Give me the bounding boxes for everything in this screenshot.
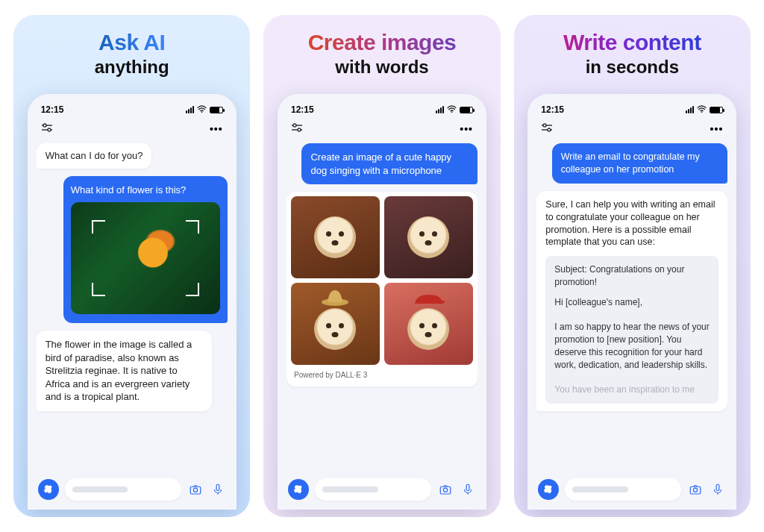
phone-mock: 12:15 ••• Write an email to congratulate… (527, 94, 736, 510)
settings-toggle-icon[interactable] (41, 122, 53, 136)
chat-toolbar: ••• (286, 121, 478, 143)
mic-icon[interactable] (460, 483, 476, 496)
ai-message: Sure, I can help you with writing an ema… (536, 191, 727, 411)
chat-toolbar: ••• (536, 121, 727, 143)
headline: Create images (308, 30, 457, 55)
user-message: What kind of flower is this? (63, 176, 228, 324)
svg-point-6 (193, 488, 197, 492)
battery-icon (710, 107, 723, 113)
chat-thread: What can I do for you? What kind of flow… (37, 143, 228, 471)
scan-frame-icon (92, 220, 199, 296)
svg-point-21 (548, 128, 551, 131)
ai-message: What can I do for you? (37, 143, 152, 169)
more-icon[interactable]: ••• (710, 123, 724, 135)
signal-icon (686, 106, 694, 113)
subheadline: anything (95, 57, 169, 78)
image-result[interactable] (291, 283, 380, 365)
status-bar: 12:15 (536, 104, 727, 121)
wifi-icon (197, 104, 207, 115)
headline: Write content (563, 30, 701, 55)
more-icon[interactable]: ••• (460, 123, 473, 135)
clock: 12:15 (41, 104, 64, 115)
settings-toggle-icon[interactable] (541, 122, 553, 136)
signal-icon (436, 106, 444, 113)
generated-images: Powered by DALL·E 3 (286, 192, 478, 387)
copilot-button[interactable] (288, 479, 309, 500)
camera-icon[interactable] (687, 483, 704, 496)
chat-input-bar (286, 471, 478, 510)
message-input[interactable] (315, 478, 431, 501)
ai-message-text: Sure, I can help you with writing an ema… (545, 198, 718, 249)
svg-point-12 (298, 128, 301, 131)
mic-icon[interactable] (210, 483, 226, 496)
user-message: Write an email to congratulate my collea… (552, 143, 728, 184)
svg-point-17 (701, 112, 703, 113)
email-template: Subject: Congratulations on your promoti… (545, 256, 718, 404)
svg-point-4 (48, 128, 51, 131)
copilot-button[interactable] (538, 479, 559, 500)
image-result[interactable] (384, 196, 473, 278)
phone-mock: 12:15 ••• What can I do for you? What ki… (28, 94, 237, 510)
clock: 12:15 (541, 104, 564, 115)
image-result[interactable] (291, 196, 380, 278)
battery-icon (460, 107, 473, 113)
camera-icon[interactable] (437, 483, 454, 496)
svg-point-11 (293, 124, 296, 127)
svg-rect-7 (216, 484, 219, 490)
svg-point-20 (543, 124, 546, 127)
svg-point-15 (443, 488, 447, 492)
attached-image (71, 202, 220, 314)
status-bar: 12:15 (37, 104, 228, 121)
mic-icon[interactable] (710, 483, 726, 496)
headline: Ask AI (98, 30, 165, 55)
status-icons (436, 104, 473, 115)
email-body: I am so happy to hear the news of your p… (554, 321, 710, 371)
message-input[interactable] (65, 478, 181, 501)
wifi-icon (447, 104, 457, 115)
email-body-fade: You have been an inspiration to me (554, 384, 710, 396)
chat-input-bar (536, 471, 727, 510)
email-greeting: Hi [colleague's name], (554, 296, 710, 309)
message-input[interactable] (565, 478, 681, 501)
phone-mock: 12:15 ••• Create an image of a cute happ… (278, 94, 486, 510)
svg-point-23 (694, 488, 698, 492)
subheadline: in seconds (586, 57, 679, 78)
subheadline: with words (335, 57, 428, 78)
signal-icon (186, 106, 194, 113)
clock: 12:15 (291, 104, 314, 115)
status-icons (186, 104, 223, 115)
attribution: Powered by DALL·E 3 (291, 365, 473, 382)
chat-thread: Create an image of a cute happy dog sing… (286, 143, 478, 471)
ai-message: The flower in the image is called a bird… (37, 331, 213, 411)
status-bar: 12:15 (286, 104, 478, 121)
promo-panel-write: Write content in seconds 12:15 ••• Write… (514, 15, 751, 517)
camera-icon[interactable] (187, 483, 204, 496)
email-subject: Subject: Congratulations on your promoti… (554, 263, 710, 289)
chat-thread: Write an email to congratulate my collea… (536, 143, 727, 471)
svg-rect-16 (466, 484, 469, 490)
svg-point-0 (201, 112, 202, 113)
svg-point-3 (43, 124, 46, 127)
user-message-text: What kind of flower is this? (71, 184, 220, 197)
image-result[interactable] (384, 283, 473, 365)
copilot-button[interactable] (38, 479, 59, 500)
settings-toggle-icon[interactable] (291, 122, 303, 136)
wifi-icon (697, 104, 707, 115)
chat-toolbar: ••• (37, 121, 228, 143)
user-message: Create an image of a cute happy dog sing… (301, 143, 478, 184)
promo-panel-ask: Ask AI anything 12:15 ••• What can I do … (13, 15, 250, 517)
chat-input-bar (37, 471, 228, 510)
promo-panel-images: Create images with words 12:15 ••• Creat… (263, 15, 500, 517)
battery-icon (210, 107, 223, 113)
more-icon[interactable]: ••• (210, 123, 223, 135)
status-icons (686, 104, 723, 115)
svg-rect-24 (716, 484, 719, 490)
svg-point-8 (451, 112, 453, 113)
